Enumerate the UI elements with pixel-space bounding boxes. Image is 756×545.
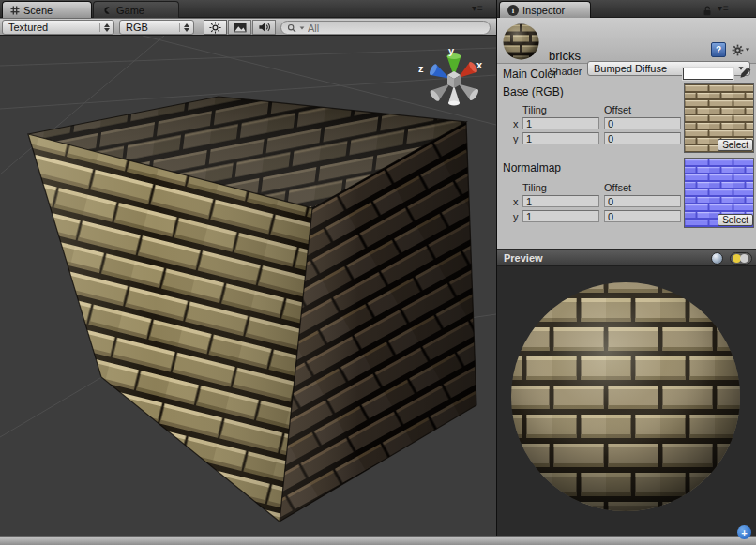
base-texture-label: Base (RGB) xyxy=(503,85,564,98)
base-offset-header: Offset xyxy=(604,104,631,115)
dropdown-arrows-icon xyxy=(99,23,110,32)
gear-icon xyxy=(732,43,744,57)
base-offset-y-field[interactable] xyxy=(604,132,681,144)
light-off-dot-icon xyxy=(740,254,748,263)
normalmap-x-row-label: x xyxy=(513,196,519,207)
tab-inspector-label: Inspector xyxy=(522,5,565,16)
eyedropper-icon[interactable] xyxy=(739,66,752,80)
skybox-toggle-button[interactable] xyxy=(228,20,251,35)
base-tiling-header: Tiling xyxy=(522,104,547,115)
main-color-label: Main Color xyxy=(503,68,557,81)
material-name: bricks xyxy=(549,49,581,63)
tab-inspector[interactable]: i Inspector xyxy=(499,1,591,18)
scene-viewport[interactable]: y x z xyxy=(0,36,496,536)
normalmap-tiling-x-field[interactable] xyxy=(522,195,599,207)
search-filter-arrow-icon[interactable] xyxy=(300,26,305,29)
normalmap-y-row-label: y xyxy=(513,211,519,222)
base-tiling-y-field[interactable] xyxy=(522,132,599,144)
scene-panel: Scene Game ▾≡ Textured RGB xyxy=(0,0,496,536)
dropdown-arrows-icon xyxy=(179,23,189,32)
inspector-panel: i Inspector ▾≡ xyxy=(496,0,756,536)
color-channel-value: RGB xyxy=(126,22,175,33)
info-icon: i xyxy=(507,5,519,16)
main-color-swatch[interactable] xyxy=(683,68,733,80)
base-texture-thumbnail[interactable]: Select xyxy=(684,83,754,153)
normalmap-thumbnail[interactable]: Select xyxy=(684,158,754,228)
normalmap-offset-y-field[interactable] xyxy=(604,210,681,222)
tab-scene[interactable]: Scene xyxy=(2,1,92,18)
chevron-down-icon xyxy=(746,49,749,52)
base-tiling-x-field[interactable] xyxy=(522,117,599,129)
preview-sphere-shading xyxy=(511,282,740,511)
material-preview-ball xyxy=(503,23,539,60)
audio-toggle-button[interactable] xyxy=(252,20,276,35)
preview-viewport[interactable] xyxy=(497,266,756,536)
search-icon xyxy=(287,23,296,33)
preview-lighting-toggle[interactable] xyxy=(730,252,752,265)
preview-sphere-canvas[interactable] xyxy=(497,266,756,536)
base-x-row-label: x xyxy=(513,118,519,129)
gear-button[interactable] xyxy=(732,42,750,57)
tab-game-label: Game xyxy=(116,5,144,16)
base-y-row-label: y xyxy=(513,133,519,144)
unity-editor-window: Scene Game ▾≡ Textured RGB xyxy=(0,0,756,545)
sun-icon xyxy=(209,22,221,34)
lighting-toggle-button[interactable] xyxy=(204,20,227,35)
normalmap-label: Normalmap xyxy=(503,161,561,174)
gizmo-y-label: y xyxy=(448,45,455,56)
asset-labels-button[interactable]: + xyxy=(737,525,751,539)
search-input[interactable] xyxy=(308,22,484,34)
scene-toolbar: Textured RGB xyxy=(0,18,496,36)
tab-scene-label: Scene xyxy=(23,5,53,16)
normalmap-select-button[interactable]: Select xyxy=(718,214,753,226)
preview-shape-button[interactable] xyxy=(711,252,723,265)
normalmap-offset-header: Offset xyxy=(604,182,631,193)
lock-icon[interactable] xyxy=(702,5,713,16)
tab-game[interactable]: Game xyxy=(93,1,179,18)
game-icon xyxy=(101,5,113,16)
preview-title: Preview xyxy=(504,252,543,264)
base-offset-x-field[interactable] xyxy=(604,117,681,129)
color-channel-dropdown[interactable]: RGB xyxy=(119,20,194,35)
scene-viewport-canvas[interactable]: y x z xyxy=(0,36,496,536)
base-select-button[interactable]: Select xyxy=(718,139,753,151)
scene-panel-menu-icon[interactable]: ▾≡ xyxy=(472,3,484,13)
image-icon xyxy=(234,23,247,33)
normalmap-tiling-y-field[interactable] xyxy=(522,210,599,222)
gizmo-x-label: x xyxy=(476,59,483,70)
preview-header[interactable]: Preview xyxy=(497,249,756,266)
normalmap-tiling-header: Tiling xyxy=(522,182,547,193)
normalmap-offset-x-field[interactable] xyxy=(604,195,681,207)
inspector-panel-menu-icon[interactable]: ▾≡ xyxy=(718,3,730,13)
scene-grid-icon xyxy=(10,6,20,15)
gizmo-z-label: z xyxy=(418,63,424,74)
draw-mode-value: Textured xyxy=(8,22,96,33)
scene-search-field[interactable] xyxy=(280,21,491,35)
scene-tabbar: Scene Game ▾≡ xyxy=(0,0,496,18)
inspector-tabbar: i Inspector ▾≡ xyxy=(497,0,756,18)
audio-icon xyxy=(258,22,271,33)
window-bottom-bar xyxy=(0,536,756,545)
draw-mode-dropdown[interactable]: Textured xyxy=(2,20,114,35)
material-header: bricks Shader Bumped Diffuse ? xyxy=(497,18,756,64)
help-icon[interactable]: ? xyxy=(711,42,726,57)
